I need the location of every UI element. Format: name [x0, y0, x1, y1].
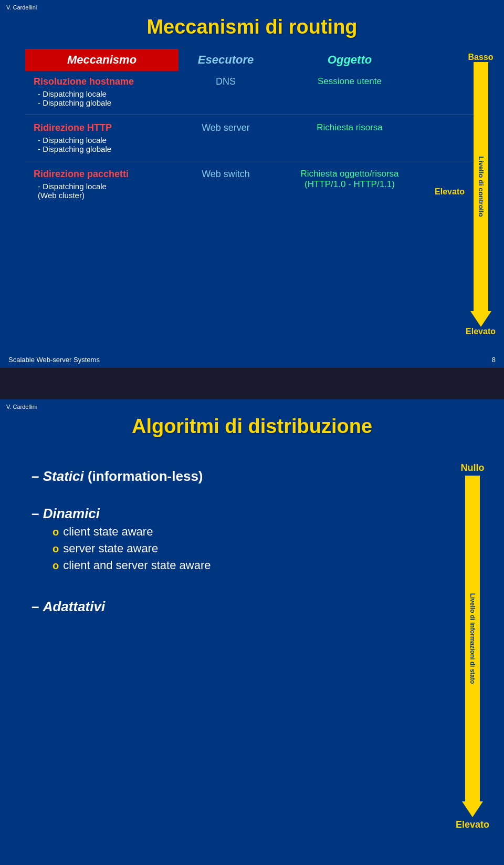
- divider-row-2: [25, 159, 479, 163]
- row1-sub2: - Dispatching globale: [38, 98, 170, 107]
- slide-gap: [0, 384, 504, 399]
- table-row: Risoluzione hostname - Dispatching local…: [25, 71, 479, 112]
- vertical-arrow: Livello di controllo: [470, 62, 491, 327]
- row3-sub1: - Dispatching locale: [38, 182, 170, 191]
- row3-subs: - Dispatching locale (Web cluster): [34, 182, 170, 200]
- row2-mechanism: Ridirezione HTTP - Dispatching locale - …: [25, 117, 178, 159]
- row1-executor: DNS: [178, 71, 273, 112]
- row3-executor: Web switch: [178, 163, 273, 205]
- slide2-author: V. Cardellini: [6, 404, 37, 410]
- adattativi-label: – Adattativi: [32, 599, 472, 615]
- slide-1: V. Cardellini Meccanismi di routing Bass…: [0, 0, 504, 368]
- slide1-title: Meccanismi di routing: [0, 0, 504, 49]
- elevato-inline: Elevato: [435, 187, 465, 196]
- sub3-text: client and server state aware: [63, 559, 211, 572]
- row3-main: Ridirezione pacchetti: [34, 169, 170, 180]
- statici-italic: Statici: [43, 468, 84, 484]
- row1-object: Sessione utente: [273, 71, 426, 112]
- row1-main: Risoluzione hostname: [34, 76, 170, 87]
- bullet-3: o: [52, 560, 59, 572]
- statici-main-text: – Statici (information-less): [32, 468, 203, 484]
- dinamici-italic: Dinamici: [43, 506, 100, 521]
- row1-exec-text: DNS: [216, 76, 236, 87]
- basso-label: Basso: [468, 53, 494, 62]
- elevato-label: Elevato: [466, 327, 496, 336]
- row3-object: Richiesta oggetto/risorsa(HTTP/1.0 - HTT…: [273, 163, 426, 205]
- slide2-title: Algoritmi di distribuzione: [0, 399, 504, 448]
- arrow-text: Livello di controllo: [477, 156, 485, 217]
- list-item: o client state aware: [52, 525, 472, 539]
- row3-mechanism: Ridirezione pacchetti - Dispatching loca…: [25, 163, 178, 205]
- slide2-content: – Statici (information-less) – Dinamici …: [0, 448, 504, 635]
- slide1-author: V. Cardellini: [6, 4, 37, 11]
- dinamici-sublist: o client state aware o server state awar…: [52, 525, 472, 572]
- row2-subs: - Dispatching locale - Dispatching globa…: [34, 136, 170, 153]
- dinamici-label: – Dinamici: [32, 506, 472, 522]
- section-statici: – Statici (information-less): [32, 468, 472, 485]
- row2-sub2: - Dispatching globale: [38, 145, 170, 153]
- sub1-text: client state aware: [63, 525, 153, 539]
- row2-exec-text: Web server: [202, 122, 250, 133]
- statici-label: – Statici (information-less): [32, 468, 472, 485]
- list-item: o server state aware: [52, 542, 472, 555]
- bullet-1: o: [52, 526, 59, 538]
- row3-exec-text: Web switch: [202, 169, 250, 179]
- sub2-text: server state aware: [63, 542, 158, 555]
- adattativi-italic: Adattativi: [43, 599, 105, 614]
- row2-sub1: - Dispatching locale: [38, 136, 170, 145]
- routing-table: Meccanismo Esecutore Oggetto Risoluzione…: [25, 49, 479, 205]
- table-row: Ridirezione pacchetti - Dispatching loca…: [25, 163, 479, 205]
- slide1-footer: Scalable Web-server Systems 8: [0, 356, 504, 364]
- row2-main: Ridirezione HTTP: [34, 122, 170, 133]
- row2-executor: Web server: [178, 117, 273, 159]
- row1-mechanism: Risoluzione hostname - Dispatching local…: [25, 71, 178, 112]
- row1-sub1: - Dispatching locale: [38, 89, 170, 98]
- divider-row-1: [25, 112, 479, 117]
- row3-obj-text: Richiesta oggetto/risorsa(HTTP/1.0 - HTT…: [300, 169, 398, 189]
- info-arrow-text: Livello di informazioni di stato: [469, 593, 476, 684]
- row2-obj-text: Richiesta risorsa: [317, 122, 383, 132]
- footer-right-1: 8: [492, 356, 496, 364]
- list-item: o client and server state aware: [52, 559, 472, 572]
- section-dinamici: – Dinamici o client state aware o server…: [32, 506, 472, 572]
- section-adattativi: – Adattativi: [32, 599, 472, 615]
- row3-sub2: (Web cluster): [38, 191, 170, 200]
- header-oggetto: Oggetto: [273, 49, 426, 71]
- row1-subs: - Dispatching locale - Dispatching globa…: [34, 89, 170, 107]
- dinamici-text: – Dinamici: [32, 506, 100, 521]
- info-arrow: Nullo Livello di informazioni di stato E…: [457, 462, 488, 830]
- elevato-label-2: Elevato: [456, 819, 489, 830]
- info-arrow-head: [462, 801, 483, 817]
- header-esecutore: Esecutore: [178, 49, 273, 71]
- arrow-line: Livello di controllo: [474, 62, 488, 311]
- table-row: Ridirezione HTTP - Dispatching locale - …: [25, 117, 479, 159]
- nullo-label: Nullo: [461, 462, 485, 473]
- adattativi-text: – Adattativi: [32, 599, 105, 614]
- row2-object: Richiesta risorsa: [273, 117, 426, 159]
- row1-obj-text: Sessione utente: [318, 76, 382, 86]
- info-arrow-line: Livello di informazioni di stato: [465, 476, 480, 801]
- arrow-head: [470, 311, 491, 327]
- footer-left-1: Scalable Web-server Systems: [8, 356, 100, 364]
- bullet-2: o: [52, 543, 59, 555]
- control-arrow: Basso Livello di controllo Elevato: [466, 53, 496, 336]
- slide-2: V. Cardellini Algoritmi di distribuzione…: [0, 399, 504, 865]
- header-meccanismo: Meccanismo: [25, 49, 178, 71]
